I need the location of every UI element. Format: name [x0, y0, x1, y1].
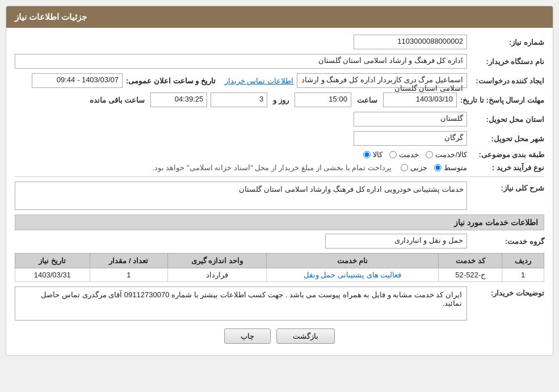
category-option-kala[interactable]: کالا [363, 150, 383, 159]
need-desc-container: خدمات پشتیبانی خودرویی اداره کل فرهنگ وا… [15, 182, 467, 210]
purchase-type-label: نوع فرآیند خرید : [470, 163, 544, 172]
purchase-note: پرداخت تمام یا بخشی از مبلغ خریدار از مح… [152, 163, 392, 172]
category-option-khedmat[interactable]: خدمت [389, 150, 419, 159]
deadline-time: 15:00 [295, 92, 351, 107]
purchase-type-radio-group: جزیی متوسط [401, 163, 467, 172]
purchase-option-motovaset[interactable]: متوسط [434, 163, 467, 172]
creator-value: اسماعیل مرگ دری کاربردار اداره کل فرهنگ … [297, 73, 467, 88]
deadline-time-label: ساعت [357, 96, 377, 104]
need-number-label: شماره نیاز: [470, 38, 544, 47]
cell-count: 1 [90, 268, 168, 282]
cell-unit: قرارداد [168, 268, 266, 282]
category-option-kala-khedmat[interactable]: کالا/خدمت [426, 150, 467, 159]
col-header-count: تعداد / مقدار [90, 254, 168, 268]
deadline-row: مهلت ارسال پاسخ: تا تاریخ: 1403/03/10 سا… [15, 92, 544, 107]
col-header-code: کد خدمت [439, 254, 502, 268]
cell-name: فعالیت های پشتیبانی حمل ونقل [266, 268, 439, 282]
need-desc-row: شرح کلی نیاز: خدمات پشتیبانی خودرویی ادا… [15, 182, 544, 210]
divider-1 [15, 176, 544, 177]
need-number-row: شماره نیاز: 1103000088000002 [15, 35, 544, 49]
deadline-days: 3 [211, 92, 267, 107]
category-radio-group: کالا خدمت کالا/خدمت [363, 150, 467, 159]
province-label: استان محل تحویل: [470, 115, 544, 124]
cell-date: 1403/03/31 [15, 268, 90, 282]
col-header-unit: واحد اندازه گیری [168, 254, 266, 268]
city-label: شهر محل تحویل: [470, 134, 544, 143]
buyer-notes-value: ایران کد خدمت مشابه و فایل به همراه پیوس… [15, 286, 467, 321]
print-button[interactable]: چاپ [224, 328, 271, 344]
deadline-label: مهلت ارسال پاسخ: تا تاریخ: [460, 96, 544, 104]
table-header-row: ردیف کد خدمت نام خدمت واحد اندازه گیری ت… [15, 254, 544, 268]
province-row: استان محل تحویل: گلستان [15, 112, 544, 127]
deadline-remaining-label: ساعت باقی مانده [90, 96, 145, 104]
org-name-label: نام دستگاه خریدار: [470, 57, 544, 66]
service-group-value: حمل و نقل و انبارداری [325, 234, 467, 248]
deadline-remaining: 04:39:25 [150, 92, 207, 107]
contact-link[interactable]: اطلاعات تماس خریدار [225, 77, 293, 85]
creator-announce-row: ایجاد کننده درخواست: اسماعیل مرگ دری کار… [15, 73, 544, 88]
col-header-date: تاریخ نیاز [15, 254, 90, 268]
announce-datetime-value: 1403/03/07 - 09:44 [32, 73, 123, 88]
province-value: گلستان [354, 112, 467, 127]
services-table-section: ردیف کد خدمت نام خدمت واحد اندازه گیری ت… [15, 253, 544, 282]
need-desc-label: شرح کلی نیاز: [470, 182, 544, 192]
need-desc-value: خدمات پشتیبانی خودرویی اداره کل فرهنگ وا… [15, 182, 467, 210]
back-button[interactable]: بازگشت [276, 328, 335, 344]
org-name-row: نام دستگاه خریدار: اداره کل فرهنگ و ارشا… [15, 54, 544, 69]
category-row: طبقه بندی موضوعی: کالا خدمت کالا/خدمت [15, 150, 544, 159]
creator-label: ایجاد کننده درخواست: [470, 77, 544, 85]
service-group-row: گروه خدمت: حمل و نقل و انبارداری [15, 234, 544, 248]
col-header-name: نام خدمت [266, 254, 439, 268]
city-row: شهر محل تحویل: گرگان [15, 131, 544, 146]
buyer-notes-row: توضیحات خریدار: ایران کد خدمت مشابه و فا… [15, 286, 544, 321]
buyer-notes-label: توضیحات خریدار: [470, 286, 544, 297]
buyer-notes-container: ایران کد خدمت مشابه و فایل به همراه پیوس… [15, 286, 467, 321]
deadline-day-label: روز و [273, 96, 289, 104]
col-header-row: ردیف [502, 254, 544, 268]
services-section-header: اطلاعات خدمات مورد نیاز [15, 214, 544, 230]
announce-label: تاریخ و ساعت اعلان عمومی: [126, 77, 216, 85]
org-name-value: اداره کل فرهنگ و ارشاد اسلامی استان گلست… [15, 54, 467, 69]
service-group-label: گروه خدمت: [470, 237, 544, 246]
city-value: گرگان [354, 131, 467, 146]
deadline-date: 1403/03/10 [383, 92, 457, 107]
buttons-row: بازگشت چاپ [15, 328, 544, 344]
page-title: جزئیات اطلاعات نیاز [15, 12, 87, 22]
cell-row-num: 1 [502, 268, 544, 282]
purchase-option-jozi[interactable]: جزیی [401, 163, 427, 172]
category-label: طبقه بندی موضوعی: [470, 150, 544, 159]
purchase-type-row: نوع فرآیند خرید : جزیی متوسط پرداخت تمام… [15, 163, 544, 172]
services-table: ردیف کد خدمت نام خدمت واحد اندازه گیری ت… [15, 253, 544, 282]
cell-code: ح-522-52 [439, 268, 502, 282]
table-row: 1 ح-522-52 فعالیت های پشتیبانی حمل ونقل … [15, 268, 544, 282]
page-header: جزئیات اطلاعات نیاز [6, 6, 553, 28]
need-number-value: 1103000088000002 [354, 35, 467, 49]
